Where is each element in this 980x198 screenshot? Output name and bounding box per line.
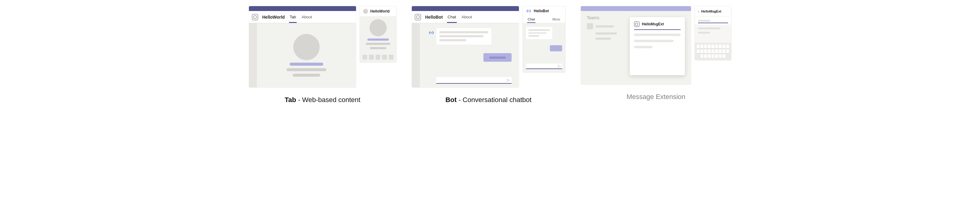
bot-caption-bold: Bot	[445, 96, 457, 104]
nav-item[interactable]	[382, 55, 387, 60]
key[interactable]	[704, 44, 707, 48]
svg-point-1	[431, 32, 432, 33]
team-avatar-icon	[587, 23, 593, 29]
key[interactable]	[726, 44, 729, 48]
svg-point-2	[528, 11, 528, 11]
key[interactable]	[697, 49, 700, 53]
key[interactable]	[711, 44, 714, 48]
nav-item[interactable]	[389, 55, 394, 60]
bot-caption: Bot - Conversational chatbot	[445, 96, 531, 104]
bot-mobile-body: ▷	[523, 23, 565, 72]
key[interactable]	[711, 49, 714, 53]
mobile-tab-more[interactable]: More	[552, 16, 560, 23]
tab-tab-active[interactable]: Tab	[289, 11, 297, 23]
nav-item[interactable]	[375, 55, 380, 60]
list-item[interactable]	[595, 32, 617, 35]
bot-mockups: HelloBot Chat About	[412, 6, 565, 87]
card-header: HelloMsgExt	[634, 21, 681, 27]
msgext-desktop-window: Teams HelloMsgExt	[581, 6, 691, 84]
key[interactable]	[704, 49, 707, 53]
send-icon[interactable]: ▷	[558, 64, 561, 68]
back-chevron-icon[interactable]: ‹	[698, 9, 700, 14]
nav-item[interactable]	[369, 55, 374, 60]
bot-section: HelloBot Chat About	[412, 6, 565, 104]
content-line	[634, 40, 673, 42]
nav-item[interactable]	[363, 55, 368, 60]
tab-caption-rest: - Web-based content	[296, 96, 360, 104]
left-rail	[249, 23, 257, 87]
tab-about[interactable]: About	[461, 11, 473, 23]
incoming-message	[436, 28, 492, 44]
msgext-caption: Message Extension	[627, 93, 686, 101]
key[interactable]	[722, 49, 725, 53]
svg-point-3	[529, 11, 529, 11]
content-line	[634, 33, 681, 36]
search-input[interactable]	[698, 19, 728, 23]
content-line	[293, 74, 320, 77]
tab-content	[257, 23, 356, 87]
msgext-card: HelloMsgExt	[630, 17, 685, 75]
content-line	[698, 32, 710, 33]
compose-box[interactable]: ▷	[436, 77, 512, 84]
list-item[interactable]	[587, 23, 624, 29]
incoming-message	[526, 27, 552, 39]
bot-mobile-tabs: Chat More	[523, 16, 565, 23]
key[interactable]	[715, 44, 718, 48]
msgext-mockups: Teams HelloMsgExt	[581, 6, 732, 84]
avatar-placeholder	[369, 19, 387, 36]
key[interactable]	[719, 49, 722, 53]
window-titlebar	[581, 6, 691, 11]
msgext-mobile-window: ‹ HelloMsgExt	[695, 6, 732, 60]
tab-desktop-window: HelloWorld Tab About	[249, 6, 356, 87]
msgext-mobile-title: HelloMsgExt	[701, 10, 721, 13]
key[interactable]	[700, 49, 703, 53]
app-icon	[634, 21, 640, 27]
tab-mobile-header: HelloWorld	[360, 6, 396, 16]
tab-mobile-body	[360, 16, 396, 52]
tab-mobile-title: HelloWorld	[371, 9, 390, 13]
key[interactable]	[711, 54, 714, 58]
key[interactable]	[708, 44, 711, 48]
key[interactable]	[715, 54, 718, 58]
message-line	[439, 35, 484, 37]
key[interactable]	[722, 54, 725, 58]
message-line	[439, 39, 466, 41]
msgext-mobile-header: ‹ HelloMsgExt	[695, 6, 731, 16]
keyboard[interactable]	[695, 43, 731, 60]
key[interactable]	[722, 44, 725, 48]
key[interactable]	[708, 54, 711, 58]
key[interactable]	[708, 49, 711, 53]
mobile-tab-chat[interactable]: Chat	[527, 16, 536, 23]
key[interactable]	[704, 54, 707, 58]
key[interactable]	[700, 44, 703, 48]
svg-point-0	[430, 32, 431, 33]
sidebar-label-teams: Teams	[587, 15, 624, 20]
left-rail	[412, 23, 420, 87]
tab-caption: Tab - Web-based content	[285, 96, 360, 104]
content-line	[370, 47, 387, 49]
message-line	[528, 32, 547, 34]
tab-desktop-topbar: HelloWorld Tab About	[249, 11, 356, 23]
send-icon[interactable]: ▷	[507, 78, 510, 82]
content-line	[286, 68, 326, 71]
compose-box[interactable]: ▷	[526, 63, 562, 69]
list-item[interactable]	[595, 38, 611, 40]
tab-mobile-nav	[360, 52, 396, 62]
message-line	[489, 57, 506, 59]
card-title: HelloMsgExt	[642, 22, 664, 26]
bot-icon	[526, 9, 531, 13]
bot-caption-rest: - Conversational chatbot	[457, 96, 532, 104]
key[interactable]	[719, 54, 722, 58]
key[interactable]	[697, 44, 700, 48]
message-line	[528, 35, 539, 36]
tab-about[interactable]: About	[301, 11, 313, 23]
key[interactable]	[700, 54, 703, 58]
tab-caption-bold: Tab	[285, 96, 296, 104]
bot-mobile-window: HelloBot Chat More ▷	[523, 6, 565, 73]
tab-chat-active[interactable]: Chat	[447, 11, 457, 23]
key[interactable]	[715, 49, 718, 53]
card-divider	[634, 29, 681, 30]
key[interactable]	[719, 44, 722, 48]
key[interactable]	[726, 49, 729, 53]
bot-app-title: HelloBot	[425, 15, 443, 19]
